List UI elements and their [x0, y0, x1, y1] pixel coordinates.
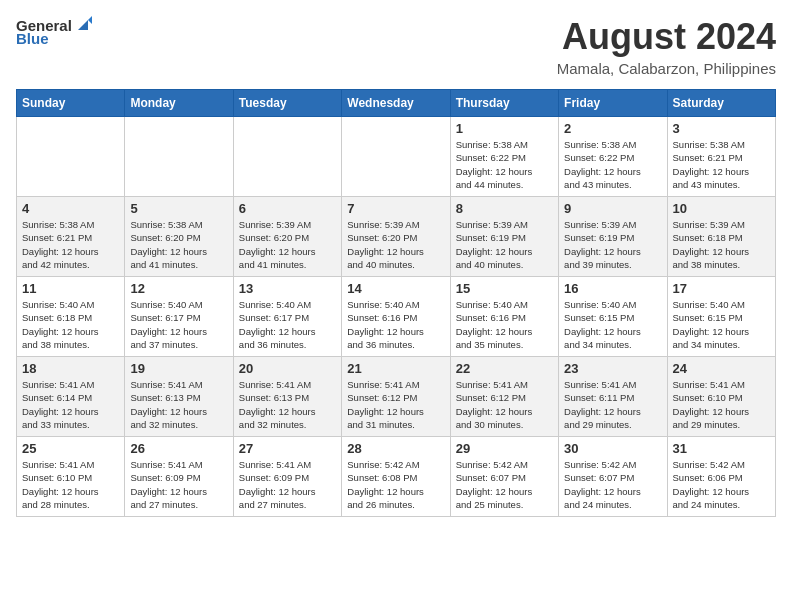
day-info: Sunrise: 5:40 AM Sunset: 6:18 PM Dayligh…	[22, 298, 119, 351]
day-info: Sunrise: 5:38 AM Sunset: 6:20 PM Dayligh…	[130, 218, 227, 271]
day-info: Sunrise: 5:41 AM Sunset: 6:12 PM Dayligh…	[456, 378, 553, 431]
day-number: 25	[22, 441, 119, 456]
calendar-day-cell: 9Sunrise: 5:39 AM Sunset: 6:19 PM Daylig…	[559, 197, 667, 277]
day-info: Sunrise: 5:40 AM Sunset: 6:17 PM Dayligh…	[130, 298, 227, 351]
calendar-day-cell: 12Sunrise: 5:40 AM Sunset: 6:17 PM Dayli…	[125, 277, 233, 357]
day-number: 7	[347, 201, 444, 216]
calendar-day-cell: 4Sunrise: 5:38 AM Sunset: 6:21 PM Daylig…	[17, 197, 125, 277]
calendar-week-row: 25Sunrise: 5:41 AM Sunset: 6:10 PM Dayli…	[17, 437, 776, 517]
day-info: Sunrise: 5:38 AM Sunset: 6:21 PM Dayligh…	[673, 138, 770, 191]
day-info: Sunrise: 5:40 AM Sunset: 6:15 PM Dayligh…	[673, 298, 770, 351]
calendar-day-cell: 21Sunrise: 5:41 AM Sunset: 6:12 PM Dayli…	[342, 357, 450, 437]
calendar-day-cell: 2Sunrise: 5:38 AM Sunset: 6:22 PM Daylig…	[559, 117, 667, 197]
day-info: Sunrise: 5:40 AM Sunset: 6:15 PM Dayligh…	[564, 298, 661, 351]
calendar-day-cell: 26Sunrise: 5:41 AM Sunset: 6:09 PM Dayli…	[125, 437, 233, 517]
day-number: 13	[239, 281, 336, 296]
day-number: 2	[564, 121, 661, 136]
day-number: 19	[130, 361, 227, 376]
calendar-day-cell	[125, 117, 233, 197]
calendar-day-cell: 24Sunrise: 5:41 AM Sunset: 6:10 PM Dayli…	[667, 357, 775, 437]
calendar-week-row: 11Sunrise: 5:40 AM Sunset: 6:18 PM Dayli…	[17, 277, 776, 357]
day-info: Sunrise: 5:39 AM Sunset: 6:19 PM Dayligh…	[456, 218, 553, 271]
day-number: 16	[564, 281, 661, 296]
weekday-header: Thursday	[450, 90, 558, 117]
day-info: Sunrise: 5:39 AM Sunset: 6:18 PM Dayligh…	[673, 218, 770, 271]
calendar-day-cell: 25Sunrise: 5:41 AM Sunset: 6:10 PM Dayli…	[17, 437, 125, 517]
day-info: Sunrise: 5:42 AM Sunset: 6:08 PM Dayligh…	[347, 458, 444, 511]
calendar-day-cell: 28Sunrise: 5:42 AM Sunset: 6:08 PM Dayli…	[342, 437, 450, 517]
calendar-day-cell: 5Sunrise: 5:38 AM Sunset: 6:20 PM Daylig…	[125, 197, 233, 277]
day-number: 17	[673, 281, 770, 296]
day-number: 18	[22, 361, 119, 376]
day-number: 22	[456, 361, 553, 376]
calendar-day-cell: 16Sunrise: 5:40 AM Sunset: 6:15 PM Dayli…	[559, 277, 667, 357]
logo: General Blue	[16, 16, 92, 47]
calendar-header: SundayMondayTuesdayWednesdayThursdayFrid…	[17, 90, 776, 117]
weekday-header: Saturday	[667, 90, 775, 117]
day-info: Sunrise: 5:41 AM Sunset: 6:13 PM Dayligh…	[239, 378, 336, 431]
weekday-row: SundayMondayTuesdayWednesdayThursdayFrid…	[17, 90, 776, 117]
day-info: Sunrise: 5:39 AM Sunset: 6:20 PM Dayligh…	[347, 218, 444, 271]
calendar-day-cell	[233, 117, 341, 197]
day-info: Sunrise: 5:42 AM Sunset: 6:07 PM Dayligh…	[456, 458, 553, 511]
day-info: Sunrise: 5:38 AM Sunset: 6:22 PM Dayligh…	[456, 138, 553, 191]
calendar-day-cell: 30Sunrise: 5:42 AM Sunset: 6:07 PM Dayli…	[559, 437, 667, 517]
day-info: Sunrise: 5:41 AM Sunset: 6:09 PM Dayligh…	[130, 458, 227, 511]
calendar-day-cell: 10Sunrise: 5:39 AM Sunset: 6:18 PM Dayli…	[667, 197, 775, 277]
day-number: 8	[456, 201, 553, 216]
calendar-day-cell: 18Sunrise: 5:41 AM Sunset: 6:14 PM Dayli…	[17, 357, 125, 437]
header: General Blue August 2024 Mamala, Calabar…	[16, 16, 776, 77]
day-number: 24	[673, 361, 770, 376]
day-number: 10	[673, 201, 770, 216]
day-info: Sunrise: 5:42 AM Sunset: 6:06 PM Dayligh…	[673, 458, 770, 511]
weekday-header: Sunday	[17, 90, 125, 117]
day-info: Sunrise: 5:39 AM Sunset: 6:20 PM Dayligh…	[239, 218, 336, 271]
calendar-day-cell: 14Sunrise: 5:40 AM Sunset: 6:16 PM Dayli…	[342, 277, 450, 357]
calendar-day-cell: 11Sunrise: 5:40 AM Sunset: 6:18 PM Dayli…	[17, 277, 125, 357]
day-number: 21	[347, 361, 444, 376]
day-number: 15	[456, 281, 553, 296]
day-info: Sunrise: 5:41 AM Sunset: 6:10 PM Dayligh…	[673, 378, 770, 431]
day-number: 26	[130, 441, 227, 456]
day-number: 12	[130, 281, 227, 296]
day-info: Sunrise: 5:42 AM Sunset: 6:07 PM Dayligh…	[564, 458, 661, 511]
day-number: 5	[130, 201, 227, 216]
weekday-header: Wednesday	[342, 90, 450, 117]
calendar-day-cell: 22Sunrise: 5:41 AM Sunset: 6:12 PM Dayli…	[450, 357, 558, 437]
location-title: Mamala, Calabarzon, Philippines	[557, 60, 776, 77]
day-info: Sunrise: 5:41 AM Sunset: 6:12 PM Dayligh…	[347, 378, 444, 431]
day-number: 29	[456, 441, 553, 456]
calendar-day-cell: 29Sunrise: 5:42 AM Sunset: 6:07 PM Dayli…	[450, 437, 558, 517]
day-info: Sunrise: 5:41 AM Sunset: 6:10 PM Dayligh…	[22, 458, 119, 511]
svg-marker-1	[88, 16, 92, 24]
calendar-day-cell: 1Sunrise: 5:38 AM Sunset: 6:22 PM Daylig…	[450, 117, 558, 197]
day-info: Sunrise: 5:41 AM Sunset: 6:14 PM Dayligh…	[22, 378, 119, 431]
calendar-week-row: 18Sunrise: 5:41 AM Sunset: 6:14 PM Dayli…	[17, 357, 776, 437]
weekday-header: Friday	[559, 90, 667, 117]
day-number: 27	[239, 441, 336, 456]
day-info: Sunrise: 5:41 AM Sunset: 6:13 PM Dayligh…	[130, 378, 227, 431]
logo-text-blue: Blue	[16, 30, 49, 47]
day-number: 28	[347, 441, 444, 456]
calendar-day-cell: 3Sunrise: 5:38 AM Sunset: 6:21 PM Daylig…	[667, 117, 775, 197]
calendar-day-cell: 13Sunrise: 5:40 AM Sunset: 6:17 PM Dayli…	[233, 277, 341, 357]
calendar-day-cell: 7Sunrise: 5:39 AM Sunset: 6:20 PM Daylig…	[342, 197, 450, 277]
day-info: Sunrise: 5:40 AM Sunset: 6:17 PM Dayligh…	[239, 298, 336, 351]
day-info: Sunrise: 5:41 AM Sunset: 6:11 PM Dayligh…	[564, 378, 661, 431]
calendar-week-row: 1Sunrise: 5:38 AM Sunset: 6:22 PM Daylig…	[17, 117, 776, 197]
calendar-day-cell: 19Sunrise: 5:41 AM Sunset: 6:13 PM Dayli…	[125, 357, 233, 437]
weekday-header: Tuesday	[233, 90, 341, 117]
day-number: 14	[347, 281, 444, 296]
day-number: 3	[673, 121, 770, 136]
svg-marker-0	[78, 20, 88, 30]
calendar-day-cell: 17Sunrise: 5:40 AM Sunset: 6:15 PM Dayli…	[667, 277, 775, 357]
day-number: 1	[456, 121, 553, 136]
day-info: Sunrise: 5:41 AM Sunset: 6:09 PM Dayligh…	[239, 458, 336, 511]
calendar-day-cell: 8Sunrise: 5:39 AM Sunset: 6:19 PM Daylig…	[450, 197, 558, 277]
calendar-week-row: 4Sunrise: 5:38 AM Sunset: 6:21 PM Daylig…	[17, 197, 776, 277]
day-number: 11	[22, 281, 119, 296]
day-info: Sunrise: 5:40 AM Sunset: 6:16 PM Dayligh…	[456, 298, 553, 351]
day-number: 9	[564, 201, 661, 216]
day-number: 4	[22, 201, 119, 216]
title-area: August 2024 Mamala, Calabarzon, Philippi…	[557, 16, 776, 77]
